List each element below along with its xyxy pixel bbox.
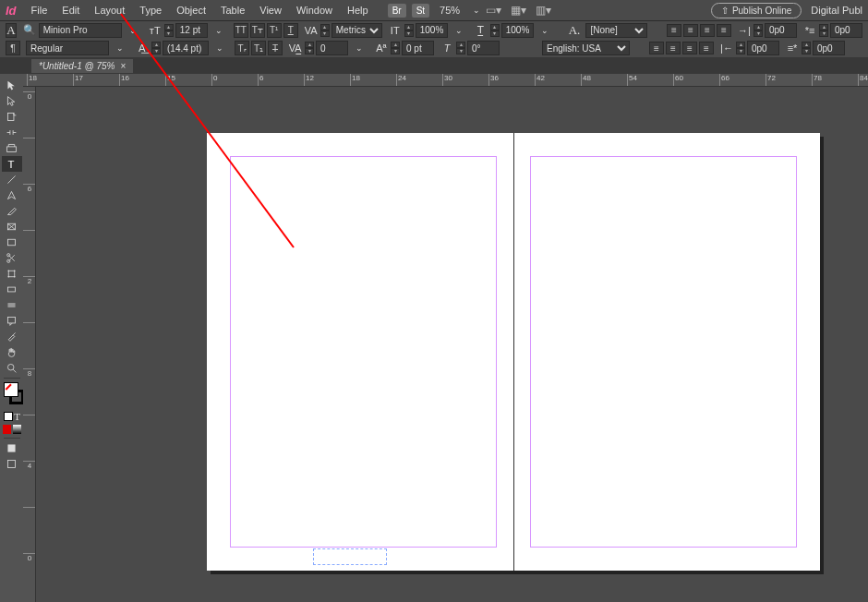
language-select[interactable]: English: USA xyxy=(542,41,630,55)
rectangle-frame-tool[interactable] xyxy=(2,219,22,235)
gradient-swatch-tool[interactable] xyxy=(2,282,22,297)
indent-last-input[interactable] xyxy=(813,41,845,55)
justify-last-right-button[interactable]: ≡ xyxy=(682,42,697,54)
type-tool[interactable]: T xyxy=(2,156,22,172)
pencil-tool[interactable] xyxy=(2,203,22,219)
indent-first-input[interactable] xyxy=(830,23,862,38)
font-size-input[interactable] xyxy=(175,23,208,38)
view-mode-preview[interactable] xyxy=(2,456,22,472)
menu-table[interactable]: Table xyxy=(213,2,252,18)
vscale-input[interactable] xyxy=(416,23,448,38)
tracking-dropdown-icon[interactable]: ⌄ xyxy=(356,43,363,53)
view-option-3-icon[interactable]: ▥▾ xyxy=(536,4,551,17)
menu-file[interactable]: File xyxy=(24,2,55,18)
line-tool[interactable] xyxy=(2,172,22,187)
content-collector-tool[interactable] xyxy=(2,140,22,156)
gap-tool[interactable] xyxy=(2,125,22,140)
canvas-pasteboard[interactable] xyxy=(36,87,868,602)
fill-swatch[interactable] xyxy=(4,382,18,397)
indent-left-stepper[interactable]: ▴▾ xyxy=(753,24,763,37)
menu-object[interactable]: Object xyxy=(169,2,213,18)
justify-last-left-button[interactable]: ≡ xyxy=(649,42,664,54)
menu-edit[interactable]: Edit xyxy=(54,2,87,18)
indent-last-stepper[interactable]: ▴▾ xyxy=(802,42,811,54)
size-dropdown-icon[interactable]: ⌄ xyxy=(215,26,223,35)
style-dropdown-icon[interactable]: ⌄ xyxy=(116,43,124,53)
menu-layout[interactable]: Layout xyxy=(87,2,132,18)
pen-tool[interactable] xyxy=(2,187,22,203)
view-option-1-icon[interactable]: ▭▾ xyxy=(486,4,501,17)
vscale-dropdown-icon[interactable]: ⌄ xyxy=(455,26,463,35)
vertical-ruler[interactable]: 062840 xyxy=(23,87,36,602)
zoom-tool[interactable] xyxy=(2,360,22,376)
justify-last-center-button[interactable]: ≡ xyxy=(666,42,681,54)
char-style-select[interactable]: [None] xyxy=(585,23,647,38)
vscale-stepper[interactable]: ▴▾ xyxy=(404,24,414,37)
view-option-2-icon[interactable]: ▦▾ xyxy=(511,4,526,17)
apply-color-icon[interactable] xyxy=(2,423,22,436)
view-mode-normal[interactable] xyxy=(2,440,22,456)
skew-stepper[interactable]: ▴▾ xyxy=(456,42,465,54)
bridge-badge[interactable]: Br xyxy=(388,4,406,18)
fill-stroke-swatch[interactable] xyxy=(2,382,22,410)
kerning-stepper[interactable]: ▴▾ xyxy=(320,24,330,37)
subscript-button[interactable]: Tᵣ xyxy=(235,41,249,55)
menu-help[interactable]: Help xyxy=(340,2,376,18)
superscript-button[interactable]: T¹ xyxy=(267,23,282,38)
formatting-container-icon[interactable]: T xyxy=(2,410,22,423)
hand-tool[interactable] xyxy=(2,344,22,360)
eyedropper-tool[interactable] xyxy=(2,329,22,344)
note-tool[interactable] xyxy=(2,313,22,329)
empty-text-frame[interactable] xyxy=(313,548,387,565)
smallcaps-button[interactable]: Tᴛ xyxy=(250,23,265,38)
justify-all-button[interactable]: ≡ xyxy=(699,42,714,54)
allcaps-button[interactable]: TT xyxy=(234,23,248,38)
smallcaps2-button[interactable]: T₁ xyxy=(251,41,266,55)
indent-right-input[interactable] xyxy=(747,41,779,55)
leading-dropdown-icon[interactable]: ⌄ xyxy=(216,43,223,53)
leading-stepper[interactable]: ▴▾ xyxy=(151,42,161,54)
tracking-input[interactable] xyxy=(316,41,348,55)
zoom-dropdown-icon[interactable]: ⌄ xyxy=(473,6,480,15)
menu-view[interactable]: View xyxy=(252,2,289,18)
baseline-stepper[interactable]: ▴▾ xyxy=(391,42,400,54)
hscale-input[interactable] xyxy=(501,23,534,38)
justify-button[interactable]: ≡ xyxy=(717,24,731,37)
align-right-button[interactable]: ≡ xyxy=(700,24,715,37)
indent-left-input[interactable] xyxy=(765,23,797,38)
menu-type[interactable]: Type xyxy=(132,2,169,18)
tracking-stepper[interactable]: ▴▾ xyxy=(305,42,314,54)
align-left-button[interactable]: ≡ xyxy=(667,24,681,37)
menu-window[interactable]: Window xyxy=(289,2,340,18)
underline-button[interactable]: T xyxy=(283,23,298,38)
publish-online-button[interactable]: ⇧ Publish Online xyxy=(711,3,802,18)
close-tab-icon[interactable]: × xyxy=(120,61,126,71)
stock-badge[interactable]: St xyxy=(412,4,429,18)
hscale-stepper[interactable]: ▴▾ xyxy=(490,24,500,37)
rectangle-tool[interactable] xyxy=(2,235,22,250)
selection-tool[interactable] xyxy=(2,78,22,93)
document-tab[interactable]: *Untitled-1 @ 75% × xyxy=(31,59,133,73)
zoom-level[interactable]: 75% xyxy=(440,5,460,16)
align-center-button[interactable]: ≡ xyxy=(683,24,698,37)
direct-selection-tool[interactable] xyxy=(2,93,22,109)
skew-input[interactable] xyxy=(467,41,500,55)
font-family-input[interactable] xyxy=(39,23,122,38)
strikethrough-button[interactable]: T xyxy=(268,41,283,55)
font-style-input[interactable] xyxy=(26,41,109,55)
workspace-switcher[interactable]: Digital Publ xyxy=(811,5,862,16)
font-dropdown-icon[interactable]: ⌄ xyxy=(129,26,137,35)
baseline-input[interactable] xyxy=(402,41,434,55)
kerning-select[interactable]: Metrics xyxy=(332,23,382,38)
horizontal-ruler[interactable]: 181716150612182430364248546066727884 xyxy=(23,74,868,87)
indent-first-stepper[interactable]: ▴▾ xyxy=(819,24,828,37)
gradient-feather-tool[interactable] xyxy=(2,297,22,313)
size-stepper[interactable]: ▴▾ xyxy=(164,24,174,37)
scissors-tool[interactable] xyxy=(2,250,22,266)
char-formatting-mode[interactable]: A xyxy=(6,23,17,38)
leading-input[interactable] xyxy=(163,41,209,55)
free-transform-tool[interactable] xyxy=(2,266,22,282)
indent-right-stepper[interactable]: ▴▾ xyxy=(736,42,745,54)
para-formatting-mode[interactable]: ¶ xyxy=(6,41,20,55)
hscale-dropdown-icon[interactable]: ⌄ xyxy=(541,26,549,35)
